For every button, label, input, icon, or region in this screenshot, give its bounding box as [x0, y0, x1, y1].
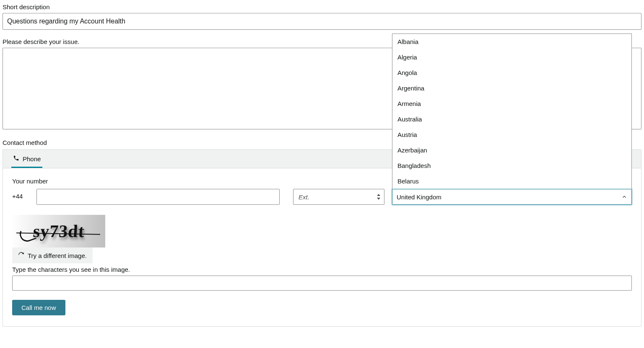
country-option[interactable]: Australia [392, 111, 631, 127]
chevron-up-icon [621, 194, 627, 200]
ext-field[interactable] [293, 189, 384, 205]
phone-input[interactable] [36, 189, 280, 205]
country-option[interactable]: Algeria [392, 49, 631, 65]
captcha-distorted-text: sy73dt [32, 221, 85, 241]
tab-phone[interactable]: Phone [11, 150, 42, 168]
country-option[interactable]: Argentina [392, 80, 631, 96]
refresh-icon [18, 252, 24, 259]
country-option[interactable]: Azerbaijan [392, 142, 631, 158]
captcha-image: sy73dt [12, 215, 105, 247]
call-me-now-button[interactable]: Call me now [12, 300, 65, 315]
country-select[interactable]: United Kingdom [392, 189, 632, 205]
country-option[interactable]: Angola [392, 65, 631, 80]
country-option[interactable]: Armenia [392, 96, 631, 111]
dial-code: +44 [12, 189, 29, 200]
country-selected-label: United Kingdom [397, 193, 441, 201]
country-dropdown[interactable]: AlbaniaAlgeriaAngolaArgentinaArmeniaAust… [392, 34, 632, 189]
captcha-instruction: Type the characters you see in this imag… [12, 266, 632, 273]
country-option[interactable]: Bangladesh [392, 158, 631, 173]
ext-input[interactable] [298, 193, 380, 201]
country-option[interactable]: Austria [392, 127, 631, 142]
tab-phone-label: Phone [23, 155, 41, 162]
captcha-input[interactable] [12, 276, 632, 291]
stepper-icon[interactable] [377, 194, 381, 200]
try-different-image-button[interactable]: Try a different image. [12, 247, 93, 263]
try-different-label: Try a different image. [28, 252, 87, 259]
phone-icon [13, 155, 19, 162]
country-option[interactable]: Albania [392, 34, 631, 49]
short-description-label: Short description [3, 3, 641, 10]
country-option[interactable]: Belarus [392, 173, 631, 189]
short-description-input[interactable] [3, 13, 641, 30]
